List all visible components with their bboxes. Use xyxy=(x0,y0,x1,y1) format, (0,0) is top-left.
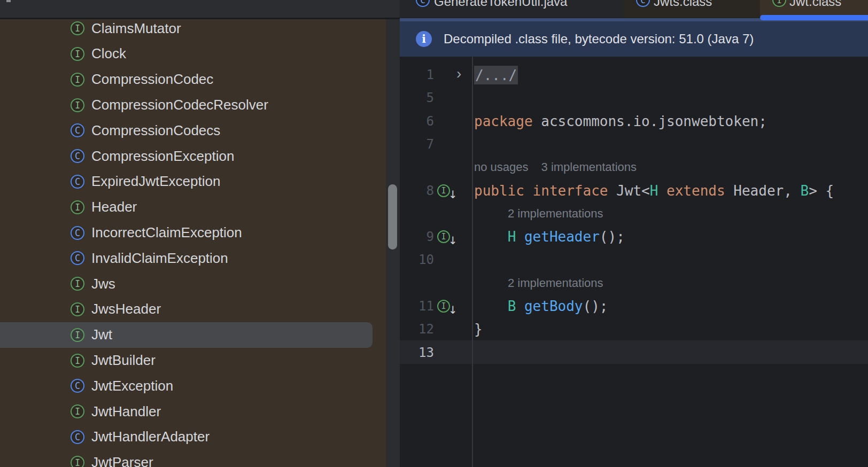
list-item-label: CompressionCodecs xyxy=(91,122,220,139)
ide-window: IClaimsMutatorIClockICompressionCodecICo… xyxy=(0,0,868,467)
interface-icon: I xyxy=(71,302,84,316)
class-icon: C xyxy=(71,175,84,189)
class-icon: C xyxy=(71,430,84,444)
code-line[interactable]: 5 xyxy=(400,86,868,110)
interface-icon: I xyxy=(71,404,84,418)
class-icon: C xyxy=(71,149,84,163)
tab-jwts-class[interactable]: C Jwts.class xyxy=(624,0,760,18)
list-item-label: InvalidClaimException xyxy=(91,250,228,267)
list-item-label: ExpiredJwtException xyxy=(91,173,220,190)
list-item-CompressionException[interactable]: CCompressionException xyxy=(0,143,386,169)
code-line[interactable]: 11I↓ B getBody(); xyxy=(400,294,868,318)
list-item-label: Header xyxy=(91,199,137,215)
list-item-JwtHandler[interactable]: IJwtHandler xyxy=(0,399,386,424)
line-number: 1 xyxy=(400,63,434,87)
class-icon: C xyxy=(71,226,84,240)
list-item-ClaimsMutator[interactable]: IClaimsMutator xyxy=(0,19,386,41)
interface-icon: I xyxy=(772,0,786,7)
code-line[interactable]: 8I↓public interface Jwt<H extends Header… xyxy=(400,179,868,203)
line-number: 9 xyxy=(400,225,434,248)
inlay-hint[interactable]: no usages xyxy=(474,160,529,174)
line-number: 10 xyxy=(400,248,434,271)
line-number: 6 xyxy=(400,110,434,133)
interface-icon: I xyxy=(71,456,84,467)
interface-icon: I xyxy=(71,47,84,61)
editor-area: C GenerateTokenUtil.java C Jwts.class I … xyxy=(400,0,868,467)
line-number: 8 xyxy=(400,179,434,203)
inlay-hint-row: no usages3 implementations xyxy=(400,155,868,179)
code-line[interactable]: 6package acscommons.io.jsonwebtoken; xyxy=(400,110,868,133)
list-item-Header[interactable]: IHeader xyxy=(0,194,386,220)
list-item-label: JwsHeader xyxy=(91,301,161,317)
list-item-Jws[interactable]: IJws xyxy=(0,271,386,297)
list-item-JwsHeader[interactable]: IJwsHeader xyxy=(0,297,386,322)
line-number: 13 xyxy=(400,341,434,364)
list-item-CompressionCodecResolver[interactable]: ICompressionCodecResolver xyxy=(0,92,386,118)
folded-code-placeholder[interactable]: /.../ xyxy=(474,66,518,84)
code-line[interactable]: 9I↓ H getHeader(); xyxy=(400,225,868,248)
interface-icon: I xyxy=(71,328,84,342)
list-item-label: IncorrectClaimException xyxy=(91,224,242,241)
tab-label: Jwts.class xyxy=(654,0,712,9)
list-item-JwtBuilder[interactable]: IJwtBuilder xyxy=(0,348,386,373)
class-list: IClaimsMutatorIClockICompressionCodecICo… xyxy=(0,19,386,467)
code-line[interactable]: 12} xyxy=(400,317,868,341)
tab-label: Jwt.class xyxy=(789,0,841,9)
class-icon: C xyxy=(71,379,84,393)
list-item-JwtException[interactable]: CJwtException xyxy=(0,373,386,399)
list-item-label: ClaimsMutator xyxy=(91,20,181,37)
list-item-JwtParser[interactable]: IJwtParser xyxy=(0,450,386,467)
inlay-hint[interactable]: 2 implementations xyxy=(508,276,603,290)
line-number: 7 xyxy=(400,133,434,156)
class-icon: C xyxy=(416,0,430,7)
list-item-Clock[interactable]: IClock xyxy=(0,41,386,67)
code-line[interactable]: 13 xyxy=(400,341,868,364)
interface-icon: I xyxy=(71,21,84,35)
list-item-JwtHandlerAdapter[interactable]: CJwtHandlerAdapter xyxy=(0,424,386,450)
implementations-arrow-icon: ↓ xyxy=(448,303,458,316)
fold-region-arrow-icon[interactable]: › xyxy=(456,65,461,82)
list-scrollbar-thumb[interactable] xyxy=(388,184,397,250)
list-item-label: Clock xyxy=(91,45,126,62)
interface-icon: I xyxy=(71,277,84,291)
code-text: H getHeader(); xyxy=(474,225,625,248)
code-text: package acscommons.io.jsonwebtoken; xyxy=(474,110,767,133)
list-item-CompressionCodec[interactable]: ICompressionCodec xyxy=(0,67,386,92)
inlay-hint[interactable]: 2 implementations xyxy=(508,207,603,221)
list-item-label: JwtBuilder xyxy=(91,352,156,369)
line-number: 12 xyxy=(400,317,434,341)
list-item-Jwt[interactable]: IJwt xyxy=(0,322,373,348)
list-item-InvalidClaimException[interactable]: CInvalidClaimException xyxy=(0,245,386,271)
list-item-label: JwtException xyxy=(91,378,173,394)
code-line[interactable]: 1›/.../ xyxy=(400,63,868,87)
code-line[interactable]: 10 xyxy=(400,248,868,271)
list-item-label: JwtParser xyxy=(91,454,153,467)
code-line[interactable]: 7 xyxy=(400,133,868,156)
list-item-ExpiredJwtException[interactable]: CExpiredJwtException xyxy=(0,169,386,194)
inlay-hint[interactable]: 3 implementations xyxy=(541,160,637,174)
active-tab-underline xyxy=(760,15,868,20)
class-icon: C xyxy=(71,251,84,265)
list-scrollbar-track[interactable] xyxy=(386,19,400,467)
list-item-CompressionCodecs[interactable]: CCompressionCodecs xyxy=(0,118,386,143)
line-number: 11 xyxy=(400,294,434,318)
code-editor[interactable]: 1›/.../56package acscommons.io.jsonwebto… xyxy=(400,57,868,467)
tab-generatetokenutil[interactable]: C GenerateTokenUtil.java xyxy=(400,0,624,18)
interface-icon: I xyxy=(71,98,84,112)
decompiled-banner: i Decompiled .class file, bytecode versi… xyxy=(400,21,868,57)
list-item-label: CompressionCodec xyxy=(91,71,213,88)
list-item-label: CompressionCodecResolver xyxy=(91,97,268,113)
list-item-label: Jwt xyxy=(91,326,112,343)
line-number: 5 xyxy=(400,86,434,110)
cropped-ui-fragment xyxy=(6,0,11,2)
list-item-label: JwtHandlerAdapter xyxy=(91,429,210,445)
code-text: } xyxy=(474,317,483,341)
left-panel-header xyxy=(0,0,400,18)
gutter-separator xyxy=(472,57,473,467)
banner-text: Decompiled .class file, bytecode version… xyxy=(444,32,754,46)
interface-icon: I xyxy=(71,200,84,214)
class-icon: C xyxy=(636,0,650,7)
list-item-label: JwtHandler xyxy=(91,403,161,420)
code-text: B getBody(); xyxy=(474,294,608,318)
list-item-IncorrectClaimException[interactable]: CIncorrectClaimException xyxy=(0,220,386,246)
